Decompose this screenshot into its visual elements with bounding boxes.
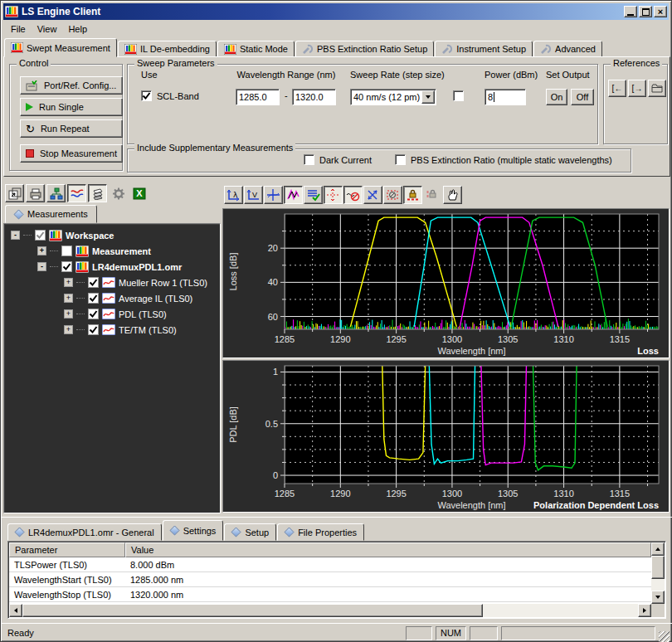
tree-item-mueller-row-1[interactable]: + Mueller Row 1 (TLS0): [4, 275, 220, 290]
port-ref-config-button[interactable]: Port/Ref. Config...: [20, 76, 123, 95]
tree-item-label[interactable]: Average IL (TLS0): [119, 294, 192, 304]
output-off-button[interactable]: Off: [571, 89, 594, 105]
lock-y-button[interactable]: [423, 186, 442, 204]
reference-out-button[interactable]: [→: [628, 80, 646, 97]
reference-file-button[interactable]: [648, 80, 666, 97]
scroll-left-button[interactable]: [9, 604, 22, 617]
report-view-button[interactable]: [88, 184, 107, 202]
settings-button[interactable]: [109, 184, 128, 202]
power-input[interactable]: 8: [485, 89, 526, 105]
report-icon: [91, 187, 105, 200]
tree-checkbox[interactable]: [35, 230, 46, 241]
svg-text:1310: 1310: [553, 334, 573, 344]
tab-static-mode[interactable]: Static Mode: [217, 41, 295, 57]
tree-item-te-tm[interactable]: + TE/TM (TLS0): [4, 322, 220, 338]
tab-swept-measurement[interactable]: Swept Measurement: [4, 38, 117, 57]
menu-help[interactable]: Help: [62, 22, 93, 36]
tab-instrument-setup[interactable]: Instrument Setup: [435, 41, 533, 57]
expander-icon[interactable]: +: [64, 325, 73, 334]
tab-pbs-extinction-ratio-setup[interactable]: PBS Extinction Ratio Setup: [295, 41, 434, 57]
tab-il-de-embedding[interactable]: IL De-embedding: [118, 41, 217, 57]
measurements-tab[interactable]: Measurements: [5, 205, 97, 223]
table-row[interactable]: TLSPower (TLS0)8.000 dBm: [9, 557, 651, 572]
scroll-up-button[interactable]: [651, 542, 665, 556]
tree-item-label[interactable]: Mueller Row 1 (TLS0): [119, 278, 207, 288]
menu-file[interactable]: File: [5, 22, 32, 36]
wavelength-stop-input[interactable]: 1320.0: [292, 89, 336, 105]
tree-item-label[interactable]: TE/TM (TLS0): [119, 325, 177, 335]
crosshair-button[interactable]: [324, 186, 343, 204]
print-button[interactable]: [26, 184, 45, 202]
tab-advanced[interactable]: Advanced: [533, 41, 602, 57]
expander-icon[interactable]: -: [37, 262, 46, 271]
menu-view[interactable]: View: [32, 22, 63, 36]
tree-checkbox[interactable]: [88, 324, 99, 335]
tree-checkbox[interactable]: [61, 261, 72, 272]
tree-item-workspace[interactable]: - Workspace: [4, 227, 220, 243]
tree-item-label[interactable]: Measurement: [92, 246, 151, 256]
tree-item-lr4demuxpdl1[interactable]: - LR4demuxPDL1.omr: [4, 259, 220, 275]
tree-checkbox[interactable]: [88, 277, 99, 288]
close-button[interactable]: ×: [654, 6, 667, 17]
clone-window-button[interactable]: [5, 184, 24, 202]
sweep-extra-checkbox[interactable]: [453, 90, 464, 101]
tree-checkbox[interactable]: [88, 293, 99, 304]
expander-icon[interactable]: +: [37, 246, 46, 255]
resize-grip[interactable]: [659, 631, 670, 642]
scl-band-checkbox[interactable]: [141, 90, 152, 101]
tab-file-properties[interactable]: File Properties: [277, 523, 364, 541]
output-on-button[interactable]: On: [546, 89, 567, 105]
dark-current-checkbox[interactable]: [304, 154, 314, 165]
curves-view-button[interactable]: [67, 184, 86, 202]
minimize-button[interactable]: [624, 6, 637, 17]
tree-item-pdl[interactable]: + PDL (TLS0): [4, 306, 220, 322]
tab-general[interactable]: LR4demuxPDL1.omr - General: [7, 523, 162, 541]
run-repeat-button[interactable]: ↻ Run Repeat: [20, 119, 123, 138]
pan-hand-button[interactable]: [443, 186, 462, 204]
sweep-rate-dropdown[interactable]: 40 nm/s (12 pm): [350, 89, 436, 105]
tab-setup[interactable]: Setup: [224, 523, 276, 541]
tree-checkbox[interactable]: [61, 246, 72, 256]
expander-icon[interactable]: -: [11, 231, 20, 240]
vertical-scrollbar[interactable]: [651, 542, 665, 604]
pbs-extinction-checkbox[interactable]: [395, 154, 406, 165]
horizontal-scroll-thumb[interactable]: [22, 604, 483, 617]
table-row[interactable]: WavelengthStop (TLS0)1320.000 nm: [9, 587, 651, 602]
vertical-scroll-thumb[interactable]: [651, 556, 665, 579]
horizontal-scrollbar[interactable]: [9, 604, 651, 617]
tree-checkbox[interactable]: [88, 309, 99, 319]
expander-icon[interactable]: +: [64, 278, 73, 287]
pdl-chart[interactable]: 128512901295130013051310131500.51Wavelen…: [222, 360, 670, 513]
scroll-down-button[interactable]: [651, 591, 665, 604]
excel-export-button[interactable]: X: [129, 184, 149, 202]
scroll-right-button[interactable]: [638, 604, 651, 617]
lock-x-button[interactable]: [403, 186, 422, 204]
stop-measurement-button[interactable]: Stop Measurement: [20, 144, 123, 163]
column-header-value[interactable]: Value: [125, 542, 651, 557]
expander-icon[interactable]: +: [64, 294, 73, 303]
table-row[interactable]: WavelengthStart (TLS0)1285.000 nm: [9, 572, 651, 587]
markers-check-button[interactable]: [304, 186, 323, 204]
run-single-button[interactable]: Run Single: [20, 98, 123, 116]
zoom-free-button[interactable]: [363, 186, 382, 204]
scale-x-axis-button[interactable]: λ: [224, 186, 243, 204]
tree-item-label[interactable]: Workspace: [66, 231, 114, 241]
reference-in-button[interactable]: [←: [608, 80, 626, 97]
autoscale-curve-button[interactable]: [284, 186, 303, 204]
zoom-region-off-button[interactable]: [383, 186, 402, 204]
dropdown-arrow-icon[interactable]: [421, 90, 435, 104]
loss-chart[interactable]: 1285129012951300130513101315204060Wavele…: [222, 208, 670, 358]
column-header-parameter[interactable]: Parameter: [9, 542, 125, 557]
tree-item-label[interactable]: LR4demuxPDL1.omr: [92, 262, 182, 272]
expander-icon[interactable]: +: [64, 309, 73, 319]
hierarchy-button[interactable]: [46, 184, 66, 202]
tab-settings[interactable]: Settings: [163, 520, 224, 541]
center-axes-button[interactable]: [264, 186, 283, 204]
tree-item-average-il[interactable]: + Average IL (TLS0): [4, 290, 220, 306]
scale-y-axis-button[interactable]: V: [244, 186, 263, 204]
tree-item-measurement[interactable]: + Measurement: [4, 243, 220, 259]
maximize-button[interactable]: [639, 6, 652, 17]
wavelength-start-input[interactable]: 1285.0: [236, 89, 280, 105]
marker-off-button[interactable]: [343, 186, 363, 204]
tree-item-label[interactable]: PDL (TLS0): [119, 309, 167, 319]
